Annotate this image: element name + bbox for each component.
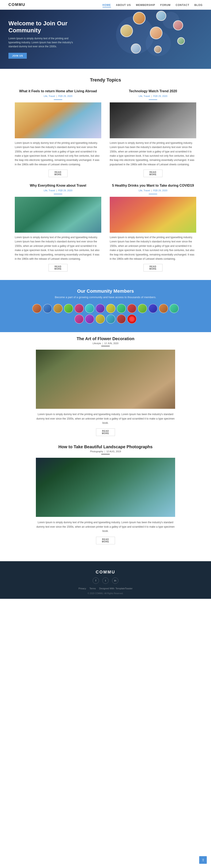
member-avatar-16 — [85, 314, 94, 324]
featured-text-2: Lorem Ipsum is simply dummy text of the … — [36, 520, 175, 533]
read-more-btn-3[interactable]: READ MORE — [48, 264, 68, 272]
topic-separator-1 — [54, 99, 62, 100]
hero-title: Welcome to Join Our Community — [8, 20, 76, 34]
member-avatar-4 — [64, 304, 73, 313]
member-avatar-5 — [74, 304, 84, 313]
hero-avatar-7 — [173, 20, 183, 30]
topic-text-2: Lorem Ipsum is simply dummy text of the … — [110, 141, 196, 166]
topic-text-4: Lorem Ipsum is simply dummy text of the … — [110, 235, 196, 261]
trendy-section-title: Trendy Topics — [0, 77, 211, 83]
hero-avatar-8 — [177, 37, 185, 45]
member-avatar-3 — [54, 304, 63, 313]
topic-text-1: Lorem Ipsum is simply dummy text of the … — [15, 141, 101, 166]
topic-card-3: Why Everything Know about Travel Life, T… — [15, 184, 101, 272]
featured-meta-1: Lifestyle | 12 JUN, 2020 — [36, 342, 175, 345]
read-more-btn-1[interactable]: READ MORE — [48, 169, 68, 177]
featured-section: The Art of Flower Decoration Lifestyle |… — [0, 336, 211, 561]
member-avatar-13 — [159, 304, 168, 313]
footer-terms[interactable]: Terms — [90, 587, 96, 590]
topic-title-1: What it Feels to return Home after Livin… — [15, 89, 101, 94]
member-avatar-19 — [117, 314, 126, 324]
member-avatar-9 — [117, 304, 126, 313]
facebook-icon[interactable]: f — [93, 578, 99, 584]
topic-card-4: 5 Healthy Drinks you Want to Take during… — [110, 184, 196, 272]
nav-links: HOME ABOUT US MEMBERSHIP FORUM CONTACT B… — [103, 3, 203, 6]
hero-avatar-4 — [150, 27, 163, 39]
topic-separator-4 — [149, 194, 157, 194]
hero-avatar-6 — [154, 45, 162, 53]
hero-avatar-3 — [120, 25, 133, 37]
twitter-icon[interactable]: t — [102, 578, 109, 584]
trendy-section: Trendy Topics What it Feels to return Ho… — [0, 77, 211, 272]
read-more-btn-2[interactable]: READ MORE — [143, 169, 163, 177]
footer-copyright: © 2020 COMMU. All Rights Reserved. — [4, 592, 207, 595]
featured-separator-1 — [101, 346, 110, 346]
topic-title-4: 5 Healthy Drinks you Want to Take during… — [110, 184, 196, 188]
topic-card-2: Technology Watch Trend 2020 Life, Travel… — [110, 89, 196, 177]
member-avatar-6 — [85, 304, 94, 313]
hero-avatar-1 — [133, 12, 146, 25]
footer-privacy[interactable]: Privacy — [78, 587, 86, 590]
featured-image-1 — [36, 350, 175, 409]
member-avatar-15 — [74, 314, 84, 324]
topic-image-3 — [15, 197, 101, 233]
linkedin-icon[interactable]: in — [112, 578, 118, 584]
featured-image-2 — [36, 458, 175, 517]
nav-membership[interactable]: MEMBERSHIP — [136, 4, 155, 6]
member-avatar-7 — [96, 304, 105, 313]
topic-meta-4: Life, Travel | FEB 29, 2020 — [110, 189, 196, 192]
nav-about[interactable]: ABOUT US — [116, 4, 131, 6]
featured-title-1: The Art of Flower Decoration — [36, 336, 175, 341]
topic-image-1 — [15, 102, 101, 138]
footer-links: Privacy Terms Designed With: TemplateToa… — [4, 587, 207, 590]
member-avatar-1 — [32, 304, 42, 313]
featured-text-1: Lorem Ipsum is simply dummy text of the … — [36, 412, 175, 425]
topic-title-2: Technology Watch Trend 2020 — [110, 89, 196, 94]
footer-designed-by[interactable]: Designed With: TemplateToaster — [99, 587, 133, 590]
topic-title-3: Why Everything Know about Travel — [15, 184, 101, 188]
nav-contact[interactable]: CONTACT — [176, 4, 189, 6]
member-avatar-17 — [96, 314, 105, 324]
join-us-button[interactable]: JOIN US — [8, 53, 27, 59]
featured-title-2: How to Take Beautiful Landscape Photogra… — [36, 444, 175, 449]
featured-article-2: How to Take Beautiful Landscape Photogra… — [36, 444, 175, 544]
read-more-btn-4[interactable]: READ MORE — [143, 264, 163, 272]
hero-avatar-2 — [156, 11, 166, 21]
community-title: Our Community Members — [4, 288, 207, 294]
topic-separator-2 — [149, 99, 157, 100]
hero-content: Welcome to Join Our Community Lorem Ipsu… — [8, 20, 76, 59]
member-avatar-14 — [169, 304, 179, 313]
nav-blog[interactable]: BLOG — [194, 4, 203, 6]
featured-article-1: The Art of Flower Decoration Lifestyle |… — [36, 336, 175, 436]
nav-forum[interactable]: FORUM — [161, 4, 171, 6]
featured-read-more-1[interactable]: READ MORE — [96, 428, 115, 436]
member-avatar-11 — [138, 304, 147, 313]
topic-meta-2: Life, Travel | FEB 29, 2020 — [110, 95, 196, 97]
footer-social: f t in — [4, 578, 207, 584]
featured-read-more-2[interactable]: READ MORE — [96, 537, 115, 544]
hero-avatar-5 — [131, 43, 141, 54]
nav-logo[interactable]: COMMU — [8, 3, 25, 7]
featured-container: The Art of Flower Decoration Lifestyle |… — [32, 336, 179, 561]
topic-image-4 — [110, 197, 196, 233]
topic-text-3: Lorem Ipsum is simply dummy text of the … — [15, 235, 101, 261]
topic-meta-1: Life, Travel | FEB 29, 2020 — [15, 95, 101, 97]
hero-text: Lorem Ipsum is simply dummy text of the … — [8, 36, 76, 49]
footer-logo: COMMU — [4, 570, 207, 575]
featured-separator-2 — [101, 454, 110, 454]
topic-card-1: What it Feels to return Home after Livin… — [15, 89, 101, 177]
member-avatar-20 — [127, 314, 137, 324]
hero-avatars — [99, 10, 205, 69]
topics-grid: What it Feels to return Home after Livin… — [15, 89, 196, 272]
member-avatar-2 — [43, 304, 52, 313]
member-avatar-10 — [127, 304, 137, 313]
community-subtitle: Become a part of a growing community and… — [4, 296, 207, 299]
topic-image-2 — [110, 102, 196, 138]
member-avatar-8 — [106, 304, 115, 313]
member-avatars-row — [32, 304, 179, 324]
trendy-grid-container: What it Feels to return Home after Livin… — [10, 89, 201, 272]
featured-meta-2: Photography | 12 AUG, 2019 — [36, 450, 175, 453]
hero-section: Welcome to Join Our Community Lorem Ipsu… — [0, 10, 211, 69]
nav-home[interactable]: HOME — [103, 4, 111, 7]
topic-separator-3 — [54, 194, 62, 194]
